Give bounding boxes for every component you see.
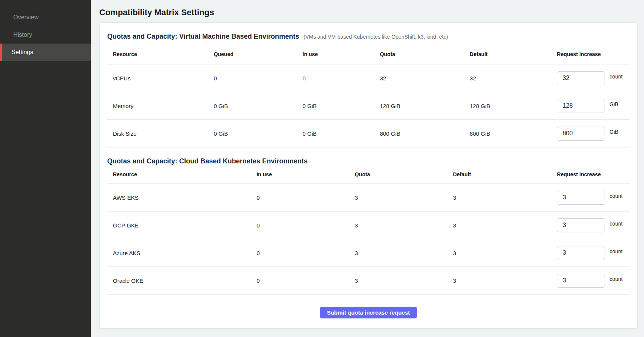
cloud-section-header: Quotas and Capacity: Cloud Based Kuberne…	[107, 157, 630, 166]
default-value: 800 GiB	[464, 120, 551, 147]
unit-label: count	[610, 193, 622, 199]
vm-section-subtitle: (VMs and VM-based Kubernetes like OpenSh…	[303, 34, 448, 40]
queued-value: 0 GiB	[208, 120, 297, 147]
column-header-quota: Quota	[374, 41, 464, 64]
table-row-disk-size: Disk Size 0 GiB 0 GiB 800 GiB 800 GiB Gi…	[107, 120, 630, 147]
disk-size-request-input[interactable]	[557, 127, 605, 141]
cloud-table-header-row: Resource In use Quota Default Request In…	[107, 166, 630, 184]
quota-value: 3	[349, 267, 447, 295]
request-increase-cell: count	[557, 191, 630, 205]
quota-settings-card: Quotas and Capacity: Virtual Machine Bas…	[99, 22, 638, 329]
request-increase-cell: count	[557, 71, 630, 85]
resource-label: Disk Size	[107, 120, 208, 147]
default-value: 128 GiB	[464, 92, 551, 120]
quota-value: 3	[349, 184, 447, 212]
vcpus-request-input[interactable]	[557, 71, 605, 85]
default-value: 3	[447, 212, 551, 239]
unit-label: GiB	[610, 129, 618, 135]
vm-section-title: Quotas and Capacity: Virtual Machine Bas…	[107, 33, 299, 40]
quota-value: 128 GiB	[374, 92, 464, 120]
quota-value: 3	[349, 212, 447, 239]
page-title: Compatibility Matrix Settings	[99, 0, 638, 22]
column-header-request-increase: Request Increase	[551, 166, 630, 184]
default-value: 3	[447, 267, 551, 295]
default-value: 3	[447, 184, 551, 212]
column-header-in-use: In use	[297, 41, 374, 64]
cloud-quota-table: Resource In use Quota Default Request In…	[107, 166, 630, 295]
column-header-default: Default	[464, 41, 551, 64]
quota-value: 32	[374, 64, 464, 92]
column-header-in-use: In use	[251, 166, 349, 184]
table-row-vcpus: vCPUs 0 0 32 32 count	[107, 64, 630, 92]
oracle-oke-request-input[interactable]	[557, 274, 605, 288]
vm-table-header-row: Resource Queued In use Quota Default Req…	[107, 41, 630, 64]
queued-value: 0 GiB	[208, 92, 297, 120]
cloud-section-title: Quotas and Capacity: Cloud Based Kuberne…	[107, 157, 308, 165]
resource-label: Memory	[107, 92, 208, 120]
unit-label: GiB	[610, 101, 618, 107]
submit-quota-increase-button[interactable]: Submit quota increase request	[320, 307, 417, 318]
request-increase-cell: GiB	[557, 127, 630, 141]
table-row-memory: Memory 0 GiB 0 GiB 128 GiB 128 GiB GiB	[107, 92, 630, 120]
in-use-value: 0	[297, 64, 374, 92]
table-row-azure-aks: Azure AKS 0 3 3 count	[107, 239, 630, 267]
sidebar-item-settings[interactable]: Settings	[0, 44, 91, 61]
in-use-value: 0 GiB	[297, 92, 374, 120]
resource-label: AWS EKS	[107, 184, 251, 212]
in-use-value: 0	[251, 212, 349, 239]
default-value: 32	[464, 64, 551, 92]
sidebar-item-history[interactable]: History	[0, 26, 91, 44]
unit-label: count	[610, 221, 622, 227]
in-use-value: 0	[251, 239, 349, 267]
resource-label: GCP GKE	[107, 212, 251, 239]
table-row-oracle-oke: Oracle OKE 0 3 3 count	[107, 267, 630, 295]
in-use-value: 0	[251, 267, 349, 295]
column-header-request-increase: Request Increase	[551, 41, 630, 64]
aws-eks-request-input[interactable]	[557, 191, 605, 205]
request-increase-cell: count	[557, 246, 630, 260]
column-header-resource: Resource	[107, 166, 251, 184]
vm-quota-table: Resource Queued In use Quota Default Req…	[107, 41, 630, 147]
gcp-gke-request-input[interactable]	[557, 218, 605, 232]
queued-value: 0	[208, 64, 297, 92]
unit-label: count	[610, 74, 622, 80]
sidebar: Overview History Settings	[0, 0, 91, 337]
column-header-resource: Resource	[107, 41, 208, 64]
memory-request-input[interactable]	[557, 99, 605, 113]
sidebar-nav: Overview History Settings	[0, 9, 91, 61]
vm-section-header: Quotas and Capacity: Virtual Machine Bas…	[107, 32, 630, 41]
table-row-aws-eks: AWS EKS 0 3 3 count	[107, 184, 630, 212]
resource-label: vCPUs	[107, 64, 208, 92]
column-header-quota: Quota	[349, 166, 447, 184]
request-increase-cell: GiB	[557, 99, 630, 113]
in-use-value: 0	[251, 184, 349, 212]
default-value: 3	[447, 239, 551, 267]
resource-label: Azure AKS	[107, 239, 251, 267]
unit-label: count	[610, 276, 622, 282]
sidebar-item-overview[interactable]: Overview	[0, 9, 91, 26]
resource-label: Oracle OKE	[107, 267, 251, 295]
column-header-queued: Queued	[208, 41, 297, 64]
column-header-default: Default	[447, 166, 551, 184]
in-use-value: 0 GiB	[297, 120, 374, 147]
submit-row: Submit quota increase request	[107, 307, 630, 318]
unit-label: count	[610, 248, 622, 254]
azure-aks-request-input[interactable]	[557, 246, 605, 260]
request-increase-cell: count	[557, 274, 630, 288]
main-content: Compatibility Matrix Settings Quotas and…	[91, 0, 644, 329]
table-row-gcp-gke: GCP GKE 0 3 3 count	[107, 212, 630, 239]
quota-value: 800 GiB	[374, 120, 464, 147]
quota-value: 3	[349, 239, 447, 267]
request-increase-cell: count	[557, 218, 630, 232]
